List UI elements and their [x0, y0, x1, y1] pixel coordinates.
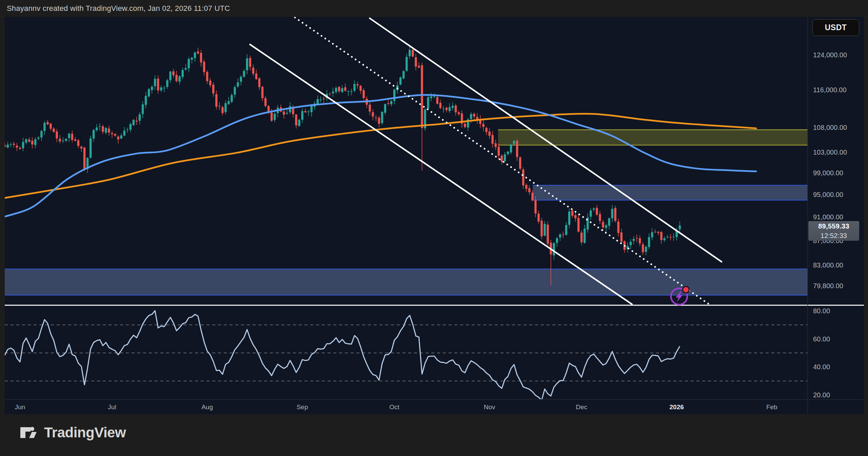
month-label-jun[interactable]: Jun	[15, 403, 25, 411]
month-label-aug[interactable]: Aug	[201, 403, 213, 411]
rsi-tick-label: 80.00	[813, 307, 830, 315]
tradingview-logo-icon	[19, 423, 38, 442]
month-label-nov[interactable]: Nov	[484, 403, 495, 411]
month-label-sep[interactable]: Sep	[297, 403, 308, 411]
month-label-2026[interactable]: 2026	[670, 403, 684, 411]
price-tick-label: 103,000.00	[813, 148, 847, 156]
price-tick-label: 116,000.00	[813, 86, 847, 94]
tradingview-logo[interactable]: TradingView	[19, 423, 126, 442]
month-label-oct[interactable]: Oct	[389, 403, 399, 411]
month-label-dec[interactable]: Dec	[576, 403, 587, 411]
resistance-zone-95k	[533, 185, 808, 200]
price-tick-label: 108,000.00	[813, 124, 847, 131]
price-tick-label: 83,000.00	[813, 261, 843, 269]
rsi-tick-label: 60.00	[813, 335, 830, 343]
price-tick-label: 95,000.00	[813, 191, 843, 198]
last-price-label: 89,559.33 12:52:33	[808, 221, 859, 241]
price-tick-label: 79,800.00	[813, 282, 843, 290]
chart-background	[5, 17, 864, 414]
tradingview-wordmark: TradingView	[44, 424, 126, 441]
price-tick-label: 91,000.00	[813, 213, 843, 221]
bar-countdown: 12:52:33	[808, 231, 859, 240]
price-tick-label: 124,000.00	[813, 51, 847, 59]
supply-zone-olive	[498, 130, 808, 145]
last-price-value: 89,559.33	[808, 221, 859, 231]
alert-dot	[683, 286, 689, 293]
chart-canvas	[0, 0, 868, 456]
currency-toggle-button[interactable]: USDT	[812, 19, 859, 36]
month-label-jul[interactable]: Jul	[108, 403, 116, 411]
footer: TradingView	[0, 414, 868, 456]
rsi-tick-label: 20.00	[813, 391, 830, 399]
month-label-feb[interactable]: Feb	[766, 403, 777, 411]
rsi-tick-label: 40.00	[813, 363, 830, 371]
price-tick-label: 99,000.00	[813, 169, 843, 177]
